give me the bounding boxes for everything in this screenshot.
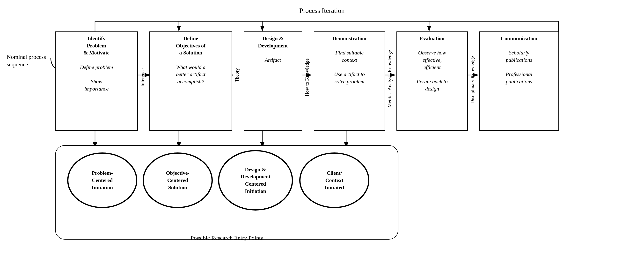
box2-line1: What would abetter artifactaccomplish? (152, 64, 229, 85)
box-identify-problem: IdentifyProblem& Motivate Define problem… (55, 32, 138, 131)
box1-title: IdentifyProblem& Motivate (58, 35, 135, 56)
box-communication: Communication Scholarlypublications Prof… (479, 32, 559, 131)
rotated-theory: Theory (234, 53, 244, 97)
box-define-objectives: DefineObjectives ofa Solution What would… (150, 32, 232, 131)
nominal-process-label: Nominal process sequence (7, 53, 50, 68)
box5-line2: Iterate back todesign (399, 78, 465, 92)
box6-title: Communication (482, 35, 556, 42)
ellipse-client-context: Client/ContextInitiated (299, 152, 370, 208)
box2-title: DefineObjectives ofa Solution (152, 35, 229, 56)
diagram-container: Process Iteration Nominal process sequen… (0, 0, 644, 257)
rotated-disciplinary: Disciplinary Knowledge (470, 38, 479, 122)
process-iteration-label: Process Iteration (299, 7, 344, 15)
ellipse2-text: Objective-CenteredSolution (166, 169, 190, 191)
box1-line1: Define problem (58, 64, 135, 71)
box5-line1: Observe howeffective,efficient (399, 49, 465, 71)
ellipse-objective-centered: Objective-CenteredSolution (143, 152, 213, 208)
entry-points-label: Possible Research Entry Points (55, 235, 398, 241)
ellipse4-text: Client/ContextInitiated (325, 169, 344, 191)
ellipse-design-centered: Design &DevelopmentCenteredInitiation (218, 150, 293, 210)
box4-title: Demonstration (317, 35, 382, 42)
box5-title: Evaluation (399, 35, 465, 42)
rotated-inference: Inference (140, 48, 150, 106)
box6-line1: Scholarlypublications (482, 49, 556, 63)
ellipse1-text: Problem-CenteredInitiation (92, 169, 113, 191)
ellipse3-text: Design &DevelopmentCenteredInitiation (240, 166, 270, 195)
box-design-development: Design &Development Artifact (244, 32, 302, 131)
rotated-metrics: Metrics, Analysis Knowledge (387, 34, 396, 123)
box-evaluation: Evaluation Observe howeffective,efficien… (396, 32, 468, 131)
box4-line1: Find suitablecontext (317, 49, 382, 63)
box4-line2: Use artifact tosolve problem (317, 71, 382, 85)
box3-line1: Artifact (246, 56, 299, 64)
box6-line2: Professionalpublications (482, 71, 556, 85)
rotated-howto: How to Knowledge (304, 40, 314, 115)
box3-title: Design &Development (246, 35, 299, 49)
ellipse-problem-centered: Problem-CenteredInitiation (67, 152, 137, 208)
box-demonstration: Demonstration Find suitablecontext Use a… (314, 32, 385, 131)
box1-line2: Showimportance (58, 78, 135, 92)
